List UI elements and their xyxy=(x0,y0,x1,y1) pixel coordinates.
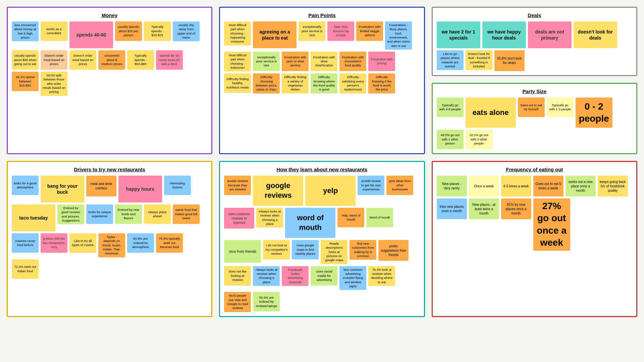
sticky-painpoints-3: hate slow service/ big crowds xyxy=(327,21,354,41)
frequency-title: Frequency of eating out xyxy=(437,167,632,172)
sticky-learn-13: Reads descriptions looks at pictures on … xyxy=(321,240,347,264)
sticky-drivers-7: looks for unique experience xyxy=(86,204,113,224)
money-section: Money less concerned about money at low … xyxy=(7,7,212,154)
sticky-deals-0: we have 2 for 1 specials xyxy=(437,21,480,48)
sticky-drivers-10: wants food that makes good left overs xyxy=(173,204,200,224)
sticky-deals-3: doesn't look for deals xyxy=(574,21,617,48)
deals-section: Deals we have 2 for 1 specialswe have ha… xyxy=(432,7,637,76)
sticky-money-3: usually spends about $25 per person xyxy=(115,21,142,41)
sticky-deals-5: Doesn't look for deal - Excited if somet… xyxy=(466,50,492,70)
sticky-painpoints-12: Difficulty finding healthy, nutritious m… xyxy=(224,73,251,93)
frequency-grid: New places - Very rarelyOnce a week4-5 t… xyxy=(437,176,632,251)
painpoints-section: Pain Points Most difficult part when cho… xyxy=(219,7,425,154)
sticky-painpoints-1: agreeing on a place to eat xyxy=(253,21,297,48)
frequency-section: Frequency of eating out New places - Ver… xyxy=(432,161,637,317)
sticky-money-5: usually shy away from upper end of menu xyxy=(173,21,200,41)
sticky-drivers-0: looks for a good atmosphere xyxy=(12,176,39,195)
sticky-money-13: 50-50 split between those who order meal… xyxy=(41,72,67,96)
sticky-drivers-11: cuisines never tried before xyxy=(12,233,39,253)
sticky-frequency-6: tries new places once a month xyxy=(437,198,467,219)
sticky-learn-0: avoids reviews because they are skewed xyxy=(224,176,251,195)
sticky-drivers-17: 72.4% seek out Italian food xyxy=(12,259,39,279)
sticky-learn-14: find new customers from walking by is co… xyxy=(350,240,376,260)
sticky-frequency-9: 27% go out once a week xyxy=(533,198,570,251)
painpoints-title: Pain Points xyxy=(224,12,420,18)
sticky-frequency-3: Goes out to eat 5 times a week xyxy=(533,176,564,196)
sticky-money-8: Doesn't order meal based on prices xyxy=(69,50,96,70)
sticky-painpoints-13: Difficulty choosing between pizza, pasta… xyxy=(253,73,280,93)
sticky-deals-4: Like to go places where rewards are earn… xyxy=(437,50,464,70)
sticky-painpoints-17: Difficulty knowing if the food is worth … xyxy=(368,73,395,93)
sticky-frequency-1: Once a week xyxy=(469,176,499,196)
deals-grid: we have 2 for 1 specialswe have happy ho… xyxy=(437,21,632,71)
sticky-money-1: works as a consultant xyxy=(41,21,67,41)
sticky-learn-10: recs from friends xyxy=(224,240,261,263)
sticky-frequency-8: 81% try new places once a month xyxy=(501,198,531,219)
sticky-drivers-12: prefers chill low key restaurants, cozy xyxy=(41,233,67,253)
sticky-learn-5: uses customer reviews to improve xyxy=(224,208,254,229)
sticky-learn-15: prefer suggestions from friends xyxy=(378,240,409,261)
sticky-painpoints-0: Most difficult part when choosing - Appe… xyxy=(224,21,251,46)
sticky-frequency-2: 4-5 times a week xyxy=(501,176,531,196)
sticky-learn-1: google reviews xyxy=(253,176,303,206)
sticky-money-9: concerned about $ medium prices xyxy=(98,50,125,70)
sticky-frequency-5: keeps going back b/c of food/drink quali… xyxy=(598,176,628,196)
main-board: Money less concerned about money at low … xyxy=(7,7,637,317)
sticky-painpoints-16: Difficulty satisfying every person's tas… xyxy=(339,73,366,93)
sticky-learn-19: Uses social media for advertising xyxy=(311,266,337,286)
sticky-drivers-3: happy hours xyxy=(118,176,162,202)
sticky-money-10: Typically spends - $50-$80 xyxy=(127,50,154,70)
sticky-learn-23: 56.9% are enticed by reviews/ratings xyxy=(253,292,280,311)
sticky-money-12: 44.1% spend between $16-$30 xyxy=(12,72,39,91)
sticky-deals-1: we have happy hour deals xyxy=(482,21,526,48)
sticky-painpoints-10: Frustration with inconsistent food quali… xyxy=(339,52,366,71)
sticky-painpoints-15: Difficulty knowing where the food qualit… xyxy=(311,73,337,93)
sticky-money-11: spends $8-15 some times 20 with a drink xyxy=(156,50,183,70)
sticky-drivers-1: bang for your buck xyxy=(41,176,84,202)
sticky-frequency-0: New places - Very rarely xyxy=(437,176,467,196)
sticky-painpoints-5: Frustrations - Busy places, loud, enviro… xyxy=(385,21,412,50)
sticky-learn-11: I do not look at my competitor's reviews xyxy=(263,240,290,259)
painpoints-grid: Most difficult part when choosing - Appe… xyxy=(224,21,420,94)
sticky-painpoints-14: Difficulty finding a variety of vegetari… xyxy=(282,73,309,93)
sticky-frequency-7: New places - at least twice a month xyxy=(469,198,499,219)
sticky-painpoints-11: Frustration with pricing xyxy=(368,52,395,71)
partysize-title: Party Size xyxy=(437,88,632,94)
sticky-drivers-5: taco tuesday xyxy=(12,204,55,231)
partysize-section: Party Size Typically go with 4-8 peoplee… xyxy=(432,83,637,154)
sticky-learn-12: Uses google maps to find nearby places xyxy=(292,240,319,259)
sticky-learn-8: Yelp; Word of mouth xyxy=(337,208,364,227)
sticky-deals-6: 45.8% don't look for deals xyxy=(494,50,525,71)
sticky-painpoints-8: Frustration with poor or slow service xyxy=(282,52,309,71)
learn-grid: avoids reviews because they are skewedgo… xyxy=(224,176,420,312)
sticky-learn-18: Facebook Twitter advertising channels xyxy=(282,266,309,286)
sticky-money-7: Doesn't order meal based on prices xyxy=(41,50,67,70)
sticky-partysize-1: eats alone xyxy=(466,98,516,128)
drivers-section: Drivers to try new restaurants looks for… xyxy=(7,161,212,317)
sticky-drivers-15: 82.8% are enticed by atmosphere xyxy=(127,233,154,253)
sticky-painpoints-6: Most difficult part when choosing - Inde… xyxy=(224,52,251,71)
sticky-learn-9: Word of mouth xyxy=(366,208,393,227)
drivers-grid: looks for a good atmospherebang for your… xyxy=(12,176,207,279)
sticky-learn-21: 76.3% look at reviews when deciding wher… xyxy=(368,266,395,286)
deals-title: Deals xyxy=(437,12,632,18)
sticky-drivers-6: Enticed by good reviews and pictures. Su… xyxy=(57,204,84,224)
sticky-drivers-9: Always plans ahead xyxy=(144,204,171,224)
sticky-learn-4: gets ideas from other businesses xyxy=(386,176,413,195)
sticky-painpoints-4: Frustration with limited veggie options xyxy=(356,21,383,41)
sticky-drivers-16: 79.3% typically seek out Mexican food xyxy=(156,233,183,253)
sticky-painpoints-9: Frustration with drive time/location xyxy=(311,52,337,71)
sticky-partysize-6: 32.2% go out with 2 other people xyxy=(466,130,492,149)
learn-title: How they learn about new restaurants xyxy=(224,167,420,172)
sticky-learn-22: Most people use Yelp and Google to read … xyxy=(224,292,251,312)
sticky-drivers-8: Enticed by new foods and flavors xyxy=(115,204,142,224)
sticky-painpoints-7: exceptionally poor service is rare xyxy=(253,52,280,71)
sticky-drivers-2: meal and drink combos xyxy=(86,176,116,196)
sticky-learn-2: yelp xyxy=(305,176,356,206)
sticky-deals-2: deals are not primary xyxy=(528,21,572,48)
sticky-frequency-4: seeks out a new place once a month xyxy=(566,176,596,196)
sticky-money-0: less concerned about money at low & high… xyxy=(12,21,39,41)
learn-section: How they learn about new restaurants avo… xyxy=(219,161,425,317)
sticky-drivers-13: Like to try all types of cuisine xyxy=(69,233,96,253)
sticky-learn-6: Always looks at reviews when choosing a … xyxy=(256,208,283,228)
